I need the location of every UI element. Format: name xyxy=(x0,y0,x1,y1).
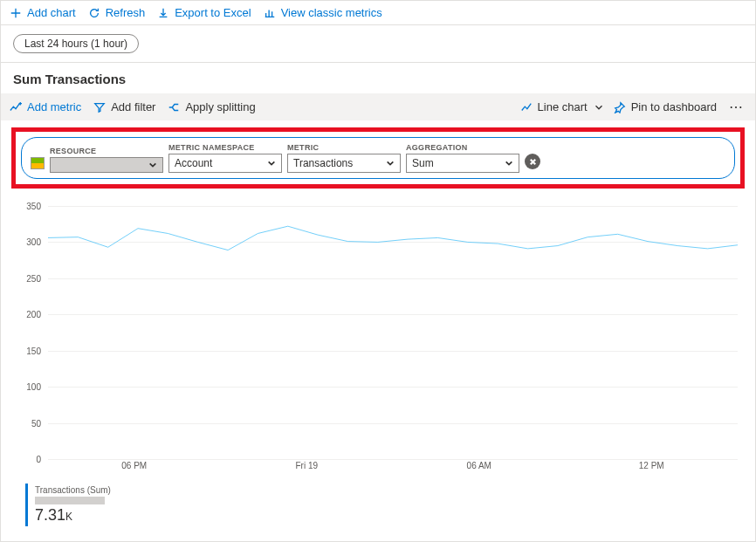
y-tick-label: 100 xyxy=(26,382,41,392)
namespace-dropdown[interactable]: Account xyxy=(168,154,282,173)
metrics-toolbar: Add metric Add filter Apply splitting Li… xyxy=(1,93,755,120)
export-excel-label: Export to Excel xyxy=(175,6,251,19)
chevron-down-icon xyxy=(505,159,513,168)
view-classic-label: View classic metrics xyxy=(281,6,382,19)
time-range-pill[interactable]: Last 24 hours (1 hour) xyxy=(13,34,139,53)
namespace-value: Account xyxy=(175,157,212,169)
filter-icon xyxy=(93,101,106,113)
x-tick-label: 06 PM xyxy=(121,461,147,470)
remove-metric-button[interactable] xyxy=(525,154,540,169)
chart-title: Sum Transactions xyxy=(1,63,755,93)
namespace-label: METRIC NAMESPACE xyxy=(168,143,282,152)
add-metric-label: Add metric xyxy=(27,100,81,113)
chevron-down-icon xyxy=(267,159,276,168)
resource-dropdown[interactable] xyxy=(50,157,163,173)
top-toolbar: Add chart Refresh Export to Excel View c… xyxy=(1,1,755,25)
y-tick-label: 250 xyxy=(26,273,41,283)
metric-selector-group: METRIC Transactions xyxy=(287,143,401,173)
aggregation-dropdown[interactable]: Sum xyxy=(406,154,519,173)
chart-type-dropdown[interactable]: Line chart xyxy=(520,100,605,113)
view-classic-button[interactable]: View classic metrics xyxy=(264,6,382,19)
add-filter-label: Add filter xyxy=(111,100,155,113)
legend-value-number: 7.31 xyxy=(35,506,65,524)
x-tick-label: 12 PM xyxy=(639,461,664,470)
chart-type-label: Line chart xyxy=(538,100,588,113)
time-range-row: Last 24 hours (1 hour) xyxy=(1,25,755,63)
y-tick-label: 200 xyxy=(26,310,41,319)
y-tick-label: 350 xyxy=(26,202,41,211)
pin-dashboard-label: Pin to dashboard xyxy=(631,100,717,113)
add-chart-label: Add chart xyxy=(27,6,76,19)
plus-icon xyxy=(10,7,22,19)
metric-label: METRIC xyxy=(287,143,401,152)
legend-resource-redacted xyxy=(35,497,105,504)
line-chart-icon xyxy=(520,101,533,113)
legend-value: 7.31K xyxy=(35,506,149,525)
y-axis: 050100150200250300350 xyxy=(18,206,45,459)
metric-selector-highlight: RESOURCE METRIC NAMESPACE Account METRIC… xyxy=(11,127,745,189)
resource-label: RESOURCE xyxy=(50,147,163,155)
aggregation-selector-group: AGGREGATION Sum xyxy=(406,143,519,173)
y-tick-label: 0 xyxy=(36,455,41,464)
download-icon xyxy=(157,7,169,19)
metric-selector-row: RESOURCE METRIC NAMESPACE Account METRIC… xyxy=(21,137,735,179)
add-chart-button[interactable]: Add chart xyxy=(10,6,76,19)
aggregation-value: Sum xyxy=(412,157,434,169)
x-tick-label: Fri 19 xyxy=(295,461,318,470)
chevron-down-icon xyxy=(593,101,605,113)
chart-plot[interactable] xyxy=(48,206,738,459)
resource-selector-group: RESOURCE xyxy=(50,147,163,173)
add-filter-button[interactable]: Add filter xyxy=(93,100,155,113)
more-options-button[interactable]: ⋯ xyxy=(725,99,746,115)
pin-dashboard-button[interactable]: Pin to dashboard xyxy=(614,100,717,113)
close-icon xyxy=(529,158,537,166)
series-color-icon[interactable] xyxy=(31,157,45,169)
aggregation-label: AGGREGATION xyxy=(406,143,519,152)
chevron-down-icon xyxy=(386,159,395,168)
split-icon xyxy=(168,101,180,113)
refresh-icon xyxy=(88,7,100,19)
metric-dropdown[interactable]: Transactions xyxy=(287,154,401,173)
x-axis: 06 PMFri 1906 AM12 PM xyxy=(48,461,738,477)
export-excel-button[interactable]: Export to Excel xyxy=(157,6,251,19)
y-tick-label: 50 xyxy=(31,418,41,428)
bar-chart-icon xyxy=(264,7,276,19)
y-tick-label: 300 xyxy=(26,237,41,247)
namespace-selector-group: METRIC NAMESPACE Account xyxy=(168,143,282,173)
series-line xyxy=(48,226,738,250)
y-tick-label: 150 xyxy=(26,346,41,355)
legend-value-unit: K xyxy=(65,511,72,523)
x-tick-label: 06 AM xyxy=(467,461,491,470)
refresh-button[interactable]: Refresh xyxy=(88,6,146,19)
chevron-down-icon xyxy=(148,161,157,169)
apply-splitting-label: Apply splitting xyxy=(185,100,255,113)
legend-card[interactable]: Transactions (Sum) 7.31K xyxy=(25,484,156,526)
chart-area: 050100150200250300350 06 PMFri 1906 AM12… xyxy=(18,206,738,477)
line-plus-icon xyxy=(10,101,22,113)
add-metric-button[interactable]: Add metric xyxy=(10,100,81,113)
metric-value: Transactions xyxy=(293,157,353,169)
refresh-label: Refresh xyxy=(106,6,146,19)
pin-icon xyxy=(614,101,626,113)
apply-splitting-button[interactable]: Apply splitting xyxy=(168,100,255,113)
time-range-label: Last 24 hours (1 hour) xyxy=(24,38,127,50)
legend-series-label: Transactions (Sum) xyxy=(35,485,149,495)
